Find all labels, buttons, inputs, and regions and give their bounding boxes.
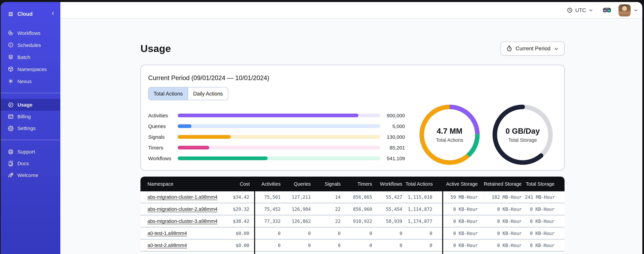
value-cell: 0 KB-Hour [525, 251, 564, 254]
bar-value: 85,201 [380, 144, 405, 150]
sidebar-item-workflows[interactable]: Workflows [1, 27, 60, 39]
bar-label: Queries [148, 123, 178, 129]
value-cell: 856,960 [343, 203, 374, 215]
namespace-cell: abs-migration-cluster-1.a98mm4 [140, 191, 222, 203]
value-cell: 0 KB-Hour [481, 203, 525, 215]
table-row: a0-test-1.a98mm4$0.000000000 KB-Hour0 KB… [140, 227, 564, 239]
value-cell: 75,501 [254, 191, 283, 203]
value-cell: 0 KB-Hour [442, 203, 481, 215]
namespaces-icon [8, 66, 14, 72]
bar-track [178, 114, 380, 117]
value-cell: 22 [313, 203, 343, 215]
incognito-glasses-button[interactable] [603, 7, 611, 13]
value-cell: 0 KB-Hour [525, 227, 564, 239]
tab-total-actions[interactable]: Total Actions [148, 88, 188, 100]
clock-icon [566, 7, 573, 14]
donut-charts: 4.7 MM Total Actions 0 GB/Day Total Stor… [405, 104, 553, 165]
settings-icon [8, 125, 14, 132]
value-cell: 0 KB-Hour [442, 251, 481, 254]
value-cell: $0.00 [222, 227, 254, 239]
page-content: Usage Current Period Current Period (09/… [60, 19, 642, 254]
chevron-down-icon [633, 8, 638, 13]
sidebar-item-settings[interactable]: Settings [1, 122, 60, 134]
sidebar-item-support[interactable]: Support [1, 146, 60, 158]
value-cell: 0 KB-Hour [481, 251, 525, 254]
usage-icon [8, 101, 14, 108]
column-header-signals: Signals [313, 176, 343, 191]
value-cell: 126,984 [283, 203, 313, 215]
timezone-selector[interactable]: UTC [566, 7, 594, 14]
column-header-retained-storage: Retained Storage [481, 176, 525, 191]
value-cell: 0 [254, 227, 283, 239]
sidebar-item-usage[interactable]: Usage [1, 99, 60, 110]
sidebar-item-nexus[interactable]: Nexus [1, 75, 60, 87]
actions-bar-chart: Activities900,000Queries5,000Signals130,… [148, 110, 405, 165]
timezone-label: UTC [575, 7, 586, 13]
column-header-namespace: Namespace [140, 176, 222, 191]
total-actions-value: 4.7 MM [437, 127, 462, 136]
topbar: UTC [60, 2, 642, 19]
bar-track [178, 156, 380, 160]
table-row: abs-migration-cluster-2.a98mm4$29.3275,4… [140, 203, 564, 215]
avatar[interactable] [618, 4, 630, 16]
batch-icon [8, 54, 14, 60]
total-actions-donut: 4.7 MM Total Actions [420, 104, 480, 165]
actions-tab-group: Total Actions Daily Actions [148, 87, 228, 100]
value-cell: 0 KB-Hour [525, 215, 564, 227]
value-cell: 126,862 [283, 215, 313, 227]
value-cell: 1,115,018 [405, 191, 442, 203]
value-cell: 0 KB-Hour [525, 239, 564, 251]
value-cell: 55,427 [374, 191, 405, 203]
sidebar-item-batch[interactable]: Batch [1, 51, 60, 63]
sidebar-collapse-button[interactable] [50, 11, 56, 18]
sidebar-brand: Cloud [1, 9, 60, 20]
glasses-icon [603, 7, 611, 13]
bar-row-workflows: Workflows541,109 [148, 153, 405, 164]
chevron-down-icon [554, 46, 559, 52]
value-cell: 0 [283, 227, 313, 239]
sidebar-item-namespaces[interactable]: Namespaces [1, 63, 60, 75]
sidebar-item-schedules[interactable]: Schedules [1, 39, 60, 51]
value-cell: 0 [405, 239, 442, 251]
value-cell: $0.00 [222, 251, 254, 254]
value-cell: 0 [405, 227, 442, 239]
value-cell: 0 [313, 251, 343, 254]
page-title: Usage [140, 43, 171, 54]
value-cell: 0 [374, 227, 405, 239]
total-storage-label: Total Storage [508, 138, 537, 143]
bar-track [178, 124, 380, 128]
workflows-icon [8, 30, 14, 36]
welcome-icon [8, 172, 14, 178]
user-menu[interactable] [618, 4, 638, 16]
value-cell: $29.32 [222, 203, 254, 215]
bar-row-queries: Queries5,000 [148, 121, 405, 131]
value-cell: 127,211 [283, 191, 313, 203]
sidebar-item-billing[interactable]: Billing [1, 110, 60, 122]
namespace-link[interactable]: a0-test-2.a98mm4 [148, 242, 187, 248]
main-area: UTC [60, 2, 642, 254]
chevron-left-icon [50, 11, 56, 16]
tab-daily-actions[interactable]: Daily Actions [188, 88, 228, 100]
bar-fill [178, 135, 231, 138]
bar-value: 541,109 [380, 155, 405, 161]
sidebar-item-welcome[interactable]: Welcome [1, 169, 60, 181]
namespace-link[interactable]: abs-migration-cluster-1.a98mm4 [148, 194, 218, 200]
value-cell: 0 [254, 239, 283, 251]
namespace-cell: abs-migration-cluster-2.a98mm4 [140, 203, 222, 215]
sidebar-divider [1, 93, 60, 93]
table-row: bk-worker-test.a98mm4$0.000000110 KB-Hou… [140, 251, 564, 254]
bar-track [178, 135, 380, 138]
value-cell: 77,332 [254, 215, 283, 227]
sidebar-group-main: Workflows Schedules Batch [1, 27, 60, 87]
sidebar-group-footer: Support Docs Welcome [1, 146, 60, 181]
namespace-link[interactable]: a0-test-1.a98mm4 [148, 230, 187, 236]
bar-value: 900,000 [380, 112, 405, 118]
bar-label: Workflows [148, 155, 178, 161]
namespace-link[interactable]: abs-migration-cluster-3.a98mm4 [148, 218, 218, 224]
bar-row-signals: Signals130,000 [148, 131, 405, 142]
namespace-link[interactable]: abs-migration-cluster-2.a98mm4 [148, 206, 218, 212]
value-cell: 22 [313, 215, 343, 227]
sidebar-item-docs[interactable]: Docs [1, 158, 60, 169]
period-selector-button[interactable]: Current Period [500, 42, 564, 56]
value-cell: 0 [313, 227, 343, 239]
